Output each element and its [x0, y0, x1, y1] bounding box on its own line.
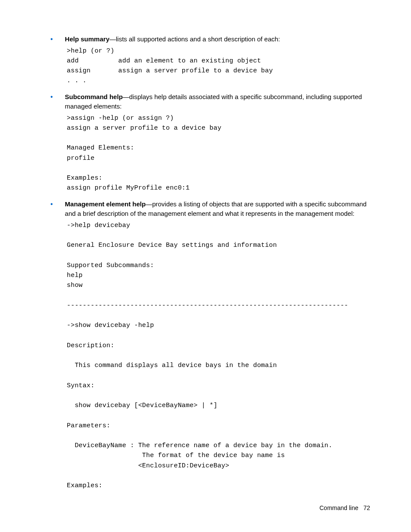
footer-label: Command line [319, 504, 358, 511]
bullet-icon: • [50, 92, 53, 112]
page-number: 72 [363, 504, 370, 511]
item-heading: Subcommand help—displays help details as… [65, 92, 370, 112]
code-block: >assign -help (or assign ?) assign a ser… [67, 113, 370, 193]
code-block: ->help devicebay General Enclosure Devic… [67, 221, 370, 491]
bullet-icon: • [50, 199, 53, 219]
page-footer: Command line 72 [319, 504, 370, 511]
heading-bold: Help summary [65, 35, 109, 43]
list-item: • Management element help—provides a lis… [67, 199, 370, 219]
document-content: • Help summary—lists all supported actio… [67, 34, 370, 491]
list-item: • Help summary—lists all supported actio… [67, 34, 370, 44]
heading-bold: Management element help [65, 200, 146, 208]
bullet-section-1: • Help summary—lists all supported actio… [67, 34, 370, 86]
bullet-icon: • [50, 34, 53, 44]
list-item: • Subcommand help—displays help details … [67, 92, 370, 112]
item-heading: Help summary—lists all supported actions… [65, 34, 280, 44]
heading-rest: —lists all supported actions and a short… [109, 35, 280, 43]
item-heading: Management element help—provides a listi… [65, 199, 370, 219]
bullet-section-3: • Management element help—provides a lis… [67, 199, 370, 491]
heading-bold: Subcommand help [65, 93, 123, 100]
code-block: >help (or ?) add add an element to an ex… [67, 46, 370, 86]
bullet-section-2: • Subcommand help—displays help details … [67, 92, 370, 193]
